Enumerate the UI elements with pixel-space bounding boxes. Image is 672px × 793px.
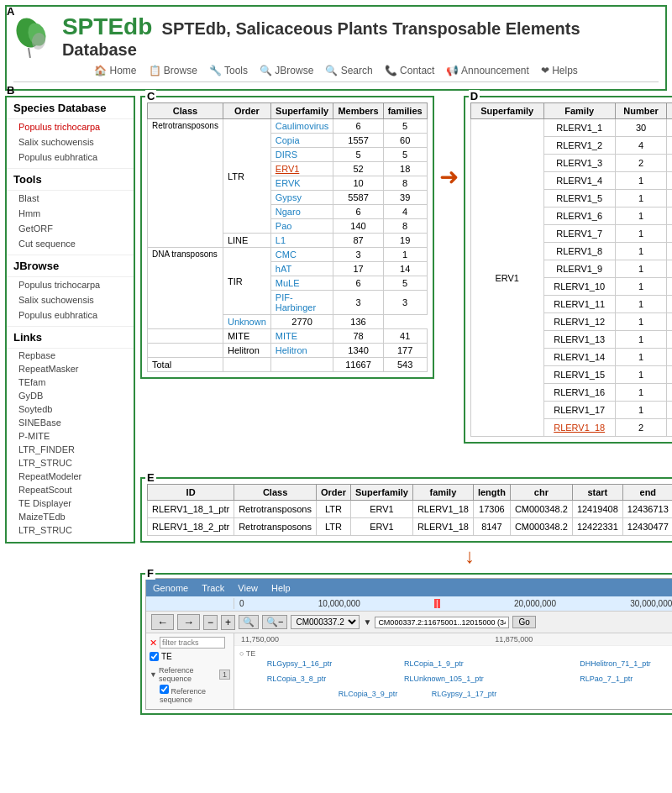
table-c: Class Order Superfamily Members families… [147,102,428,372]
col-family-e: family [412,485,473,501]
arrow-e-to-f: ↓ [140,544,672,568]
track-item-rlcopia19[interactable]: RLCopia_1_9_ptr [404,659,464,668]
svg-line-2 [29,47,30,57]
ref-seq-checkbox[interactable] [160,685,169,694]
chromosome-select[interactable]: CM000337.2 [291,615,360,629]
nav-helps[interactable]: ❤ Helps [541,65,578,76]
sidebar-item-hmm[interactable]: Hmm [7,206,134,221]
te-checkbox[interactable] [150,652,159,661]
nav-home[interactable]: 🏠 Home [94,65,136,76]
track-item-rlunknown[interactable]: RLUnknown_105_1_ptr [404,675,484,683]
jbrowse-menu-view[interactable]: View [238,583,258,593]
panel-f: F Genome Track View Help ⟳⟳ Share 0 10,0… [140,573,672,715]
sidebar-item-soytedb[interactable]: Soytedb [7,402,134,416]
sidebar-item-ltr-struc[interactable]: LTR_STRUC [7,456,134,470]
sidebar-item-populus-euphratica-sp[interactable]: Populus eubhratica [7,150,134,165]
col-order: Order [223,103,270,119]
sidebar-item-cut-sequence[interactable]: Cut sequence [7,236,134,251]
table-row: RLERV1_18_1_ptr Retrotransposons LTR ERV… [148,501,673,518]
col-end-e: end [622,485,672,501]
sidebar-item-jb-populus-euphratica[interactable]: Populus eubhratica [7,307,134,323]
sidebar-item-maizetedb[interactable]: MaizeTEdb [7,510,134,523]
sidebar: Species Database Populus trichocarpa Sal… [5,96,135,544]
sidebar-item-ltr-struc2[interactable]: LTR_STRUC [7,523,134,537]
col-number-d: Number [615,103,667,119]
sidebar-item-repeatmasker[interactable]: RepeatMasker [7,362,134,375]
sidebar-item-salix-suchowensis[interactable]: Salix suchowensis [7,134,134,150]
logo-leaf [13,16,54,58]
sidebar-tools-title: Tools [7,168,134,191]
panel-c-label: C [145,90,156,102]
back-button[interactable]: ← [151,614,174,630]
sidebar-item-pmite[interactable]: P-MITE [7,429,134,443]
track-item-rlcopia38[interactable]: RLCopia_3_8_ptr [267,675,327,683]
panel-e: E ID Class Order Superfamily family leng… [140,477,672,543]
nav-tools[interactable]: 🔧 Tools [209,65,248,76]
track-item-rlpao[interactable]: RLPao_7_1_ptr [580,675,633,683]
table-row: Helitron Helitron 1340 177 [148,344,428,358]
col-members: Members [333,103,383,119]
ref-seq-section: ▼ Reference sequence 1 Reference sequenc… [150,666,230,704]
col-order-e: Order [316,485,350,501]
sidebar-item-repeatscout[interactable]: RepeatScout [7,483,134,496]
jbrowse-menu-help[interactable]: Help [271,583,291,593]
ref-seq-expand-icon[interactable]: ▼ [150,670,157,679]
te-label: TE [161,652,172,661]
table-d: Superfamily Family Number Sequence Downl… [470,102,672,437]
sidebar-item-tefam[interactable]: TEfam [7,375,134,389]
track-item-rlgypsy117[interactable]: RLGypsy_1_17_ptr [432,690,497,698]
nav-jbrowse[interactable]: 🔍 JBrowse [260,65,313,76]
sidebar-item-te-displayer[interactable]: TE Displayer [7,496,134,510]
track-item-rlcopia39[interactable]: RLCopia_3_9_ptr [339,690,398,698]
jbrowse-menu-genome[interactable]: Genome [153,583,188,593]
sidebar-item-repbase[interactable]: Repbase [7,349,134,362]
sidebar-item-getorf[interactable]: GetORF [7,221,134,236]
table-row: ERV1 RLERV1_1 30 View ⬇ [470,119,672,137]
zoom-in2-button[interactable]: 🔍 [239,615,259,629]
col-superfamily-d: Superfamily [470,103,543,119]
ref-seq-count: 1 [219,670,230,680]
col-families: families [383,103,427,119]
zoom-out-button[interactable]: − [203,615,218,630]
track-item-dhhelitron[interactable]: DHHelitron_71_1_ptr [580,659,651,668]
nav-search[interactable]: 🔍 Search [325,65,372,76]
forward-button[interactable]: → [177,614,200,630]
arrow-d-to-e: ↓ [140,445,672,472]
col-start-e: start [572,485,622,501]
col-superfamily-e: Superfamily [350,485,412,501]
nav-announcement[interactable]: 📢 Announcement [446,65,528,76]
go-button[interactable]: Go [512,616,535,628]
col-chr-e: chr [510,485,572,501]
zoom-in-button[interactable]: + [221,615,235,630]
sidebar-item-blast[interactable]: Blast [7,191,134,206]
sidebar-jbrowse-title: JBrowse [7,255,134,277]
nav-bar: 🏠 Home 📋 Browse 🔧 Tools 🔍 JBrowse 🔍 Sear… [94,65,578,76]
jbrowse-menu-track[interactable]: Track [202,583,224,593]
track-item-rlgypsy116[interactable]: RLGypsy_1_16_ptr [267,659,333,668]
sidebar-item-gydb[interactable]: GyDB [7,389,134,402]
sidebar-item-jb-populus-trichocarpa[interactable]: Populus trichocarpa [7,277,134,292]
location-input[interactable] [375,617,509,628]
filter-tracks-container: ✕ [150,637,230,649]
col-family-d: Family [543,103,615,119]
col-length-e: length [473,485,510,501]
nav-browse[interactable]: 📋 Browse [149,65,197,76]
table-row-total: Total 11667 543 [148,358,428,372]
sidebar-item-ltr-finder[interactable]: LTR_FINDER [7,443,134,456]
jbrowse-toolbar: ← → − + 🔍 🔍− CM000337.2 ▼ Go [146,612,672,633]
table-row: MITE MITE 78 41 [148,329,428,344]
zoom-out2-button[interactable]: 🔍− [262,615,287,629]
label-b: B [7,84,14,97]
nav-contact[interactable]: 📞 Contact [385,65,435,76]
sidebar-item-jb-salix[interactable]: Salix suchowensis [7,292,134,307]
filter-tracks-input[interactable] [160,637,225,649]
sidebar-item-repeatmodeler[interactable]: RepeatModeler [7,470,134,483]
filter-clear-icon[interactable]: ✕ [150,638,157,649]
col-class: Class [148,103,223,119]
jbrowse-track-area: ✕ TE ▼ Reference sequence 1 [146,633,672,709]
sidebar-item-populus-trichocarpa[interactable]: Populus trichocarpa [7,119,134,134]
table-row: RLERV1_18_2_ptr Retrotransposons LTR ERV… [148,518,673,536]
col-sequence-d: Sequence [667,103,672,119]
sidebar-item-sinebase[interactable]: SINEBase [7,416,134,429]
te-checkbox-container: TE [150,652,230,661]
